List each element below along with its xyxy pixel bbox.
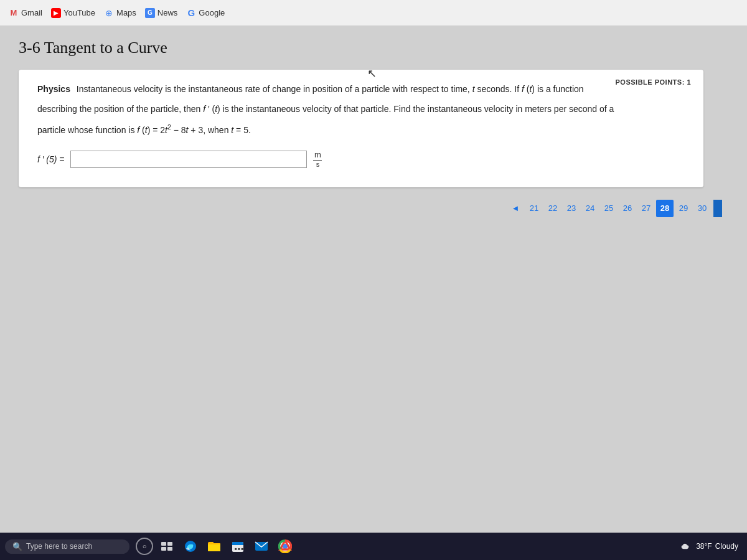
email-icon[interactable] xyxy=(251,536,271,556)
question-line-2: describing the position of the particle,… xyxy=(37,102,685,117)
search-placeholder: Type here to search xyxy=(26,542,92,551)
svg-text:■ ■ ■: ■ ■ ■ xyxy=(235,547,244,551)
svg-rect-7 xyxy=(232,544,243,545)
news-icon: G xyxy=(145,8,155,18)
browser-bar: M Gmail ▶ YouTube ⊕ Maps G News G Google xyxy=(0,0,747,26)
possible-points: POSSIBLE POINTS: 1 xyxy=(616,78,691,86)
taskbar-search[interactable]: 🔍 Type here to search xyxy=(5,539,129,554)
weather-temp: 38°F xyxy=(696,542,712,551)
q-part1: Instantaneous velocity is the instantane… xyxy=(77,84,584,94)
question-text-block: Physics Instantaneous velocity is the in… xyxy=(37,82,685,138)
edge-svg xyxy=(184,539,197,553)
edge-icon[interactable] xyxy=(181,536,200,556)
unit-denominator: s xyxy=(316,161,320,169)
answer-input[interactable] xyxy=(70,151,307,168)
question-line-3: particle whose function is f (t) = 2t2 −… xyxy=(37,122,685,138)
youtube-icon: ▶ xyxy=(51,8,61,18)
svg-rect-1 xyxy=(167,542,172,546)
browser-link-gmail[interactable]: M Gmail xyxy=(6,7,45,19)
pagination-prev[interactable]: ◄ xyxy=(507,200,524,217)
taskview-icon[interactable] xyxy=(157,536,177,556)
page-btn-27[interactable]: 27 xyxy=(637,200,655,217)
svg-point-12 xyxy=(283,544,288,549)
page-btn-28[interactable]: 28 xyxy=(656,200,674,217)
youtube-label: YouTube xyxy=(63,8,95,17)
browser-link-youtube[interactable]: ▶ YouTube xyxy=(49,7,98,19)
page-title: 3-6 Tangent to a Curve xyxy=(19,39,728,57)
weather-condition: Cloudy xyxy=(715,542,738,551)
scroll-bar-indicator xyxy=(713,200,722,217)
gmail-icon: M xyxy=(9,8,19,18)
calendar-svg: ■ ■ ■ xyxy=(232,540,244,553)
svg-rect-2 xyxy=(161,547,166,551)
browser-link-google[interactable]: G Google xyxy=(184,7,227,19)
file-explorer-icon[interactable] xyxy=(204,536,224,556)
chrome-icon[interactable] xyxy=(275,536,295,556)
news-label: News xyxy=(157,8,178,17)
page-btn-30[interactable]: 30 xyxy=(693,200,711,217)
page-btn-25[interactable]: 25 xyxy=(600,200,618,217)
page-btn-22[interactable]: 22 xyxy=(544,200,561,217)
folder-svg xyxy=(207,541,221,552)
subject-label: Physics xyxy=(37,84,70,94)
answer-row: f ′ (5) = m s xyxy=(37,150,685,169)
main-content: ↖ 3-6 Tangent to a Curve POSSIBLE POINTS… xyxy=(0,26,747,533)
cursor-symbol: ↖ xyxy=(367,67,377,80)
gmail-label: Gmail xyxy=(21,8,42,17)
weather-info[interactable]: 38°F Cloudy xyxy=(680,541,738,551)
email-svg xyxy=(255,541,268,551)
page-btn-21[interactable]: 21 xyxy=(525,200,543,217)
pagination: ◄ 21 22 23 24 25 26 27 28 29 30 xyxy=(19,200,728,217)
maps-icon: ⊕ xyxy=(104,8,114,18)
svg-rect-3 xyxy=(167,547,172,551)
page-btn-26[interactable]: 26 xyxy=(619,200,636,217)
answer-label: f ′ (5) = xyxy=(37,154,64,164)
page-btn-24[interactable]: 24 xyxy=(581,200,599,217)
question-card: POSSIBLE POINTS: 1 Physics Instantaneous… xyxy=(19,70,703,187)
page-btn-29[interactable]: 29 xyxy=(675,200,692,217)
chrome-svg xyxy=(278,539,292,553)
taskbar-circle-button[interactable]: ○ xyxy=(136,538,153,555)
units-label: m s xyxy=(313,150,322,169)
calendar-icon[interactable]: ■ ■ ■ xyxy=(228,536,248,556)
page-btn-23[interactable]: 23 xyxy=(563,200,580,217)
browser-link-maps[interactable]: ⊕ Maps xyxy=(101,7,139,19)
svg-rect-0 xyxy=(161,542,166,546)
browser-link-news[interactable]: G News xyxy=(143,7,181,19)
taskbar: 🔍 Type here to search ○ xyxy=(0,533,747,560)
taskview-svg xyxy=(161,541,173,551)
search-icon: 🔍 xyxy=(12,542,22,551)
maps-label: Maps xyxy=(116,8,136,17)
cloud-icon xyxy=(680,541,693,551)
unit-numerator: m xyxy=(314,150,321,160)
taskbar-right: 38°F Cloudy xyxy=(680,541,738,551)
google-label: Google xyxy=(199,8,225,17)
google-icon: G xyxy=(186,8,196,18)
circle-icon: ○ xyxy=(143,543,147,550)
question-line-1: Physics Instantaneous velocity is the in… xyxy=(37,82,685,97)
